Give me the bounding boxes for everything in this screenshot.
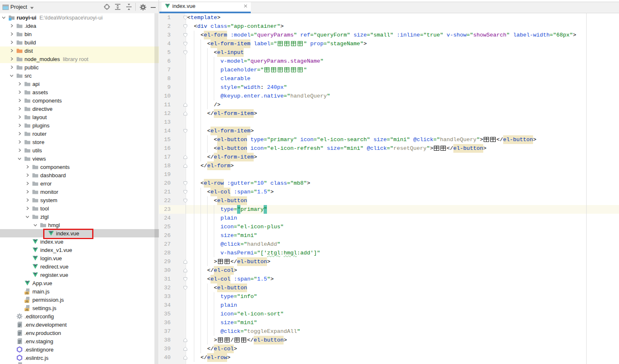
svg-text:JS: JS (25, 308, 29, 311)
svg-text:JS: JS (25, 292, 29, 295)
svg-text:JS: JS (25, 300, 29, 303)
